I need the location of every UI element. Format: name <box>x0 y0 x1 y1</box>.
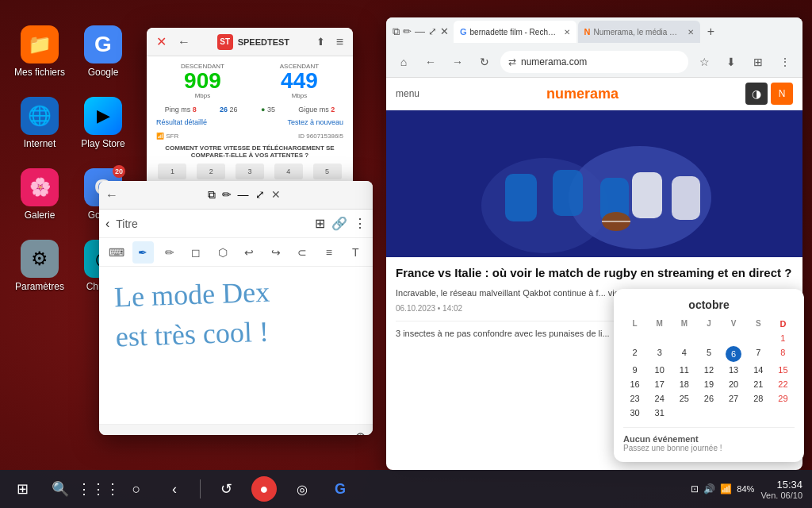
sidebar-item-galerie[interactable]: 🌸 Galerie <box>8 159 71 230</box>
rating-3[interactable]: 3 <box>236 164 264 179</box>
browser-copy-btn[interactable]: ⧉ <box>393 25 400 38</box>
taskbar-apps-btn[interactable]: ⊞ <box>10 476 35 502</box>
notes-close-btn[interactable]: ✕ <box>271 188 281 202</box>
notes-canvas[interactable]: Le mode Dex est très cool ! <box>99 267 373 424</box>
taskbar-rotate-btn[interactable]: ↺ <box>213 476 239 502</box>
tool-redo-btn[interactable]: ↪ <box>265 241 287 264</box>
cal-day-6[interactable]: 6 <box>726 346 741 362</box>
cal-day-13[interactable]: 13 <box>722 364 745 376</box>
taskbar-search-btn[interactable]: 🔍 <box>48 476 73 502</box>
cal-day-27[interactable]: 27 <box>722 392 745 405</box>
speedtest-close-btn[interactable]: ✕ <box>153 33 170 51</box>
sidebar-item-parametres[interactable]: ⚙ Paramètres <box>8 230 71 302</box>
numerama-menu[interactable]: menu <box>396 88 419 99</box>
cal-day-15[interactable]: 15 <box>772 364 795 376</box>
taskbar-wifi-icon[interactable]: 📶 <box>720 483 732 495</box>
cal-day-18[interactable]: 18 <box>672 378 695 391</box>
cal-day-10[interactable]: 10 <box>648 364 671 376</box>
taskbar-chrome-taskbar-btn[interactable]: ◎ <box>289 476 315 502</box>
browser-download-btn[interactable]: ⬇ <box>720 51 742 73</box>
cal-day-22[interactable]: 22 <box>772 378 795 391</box>
tool-pencil-btn[interactable]: ✏ <box>159 241 181 264</box>
cal-day-21[interactable]: 21 <box>747 378 770 391</box>
cal-day-29[interactable]: 29 <box>772 392 795 405</box>
cal-day-3[interactable]: 3 <box>648 346 671 362</box>
tool-type-btn[interactable]: ⌨ <box>105 241 128 264</box>
taskbar-back-btn[interactable]: ‹ <box>162 476 187 502</box>
notes-attach-btn[interactable]: 🔗 <box>331 216 347 231</box>
tool-lasso-btn[interactable]: ⊂ <box>292 241 314 264</box>
notes-more-btn[interactable]: ⋮ <box>354 216 366 231</box>
cal-day-20[interactable]: 20 <box>722 378 745 391</box>
sidebar-item-mes-fichiers[interactable]: 📁 Mes fichiers <box>8 16 71 87</box>
tool-pen-btn[interactable]: ✒ <box>132 241 155 264</box>
rating-1[interactable]: 1 <box>158 164 186 179</box>
browser-tab-1[interactable]: G bernadette film - Recherche... ✕ <box>454 21 576 43</box>
speedtest-upload-btn[interactable]: ⬆ <box>313 34 328 49</box>
taskbar-red-app-btn[interactable]: ● <box>251 476 277 502</box>
speedtest-menu-btn[interactable]: ≡ <box>333 33 347 51</box>
tool-text-btn[interactable]: T <box>345 241 367 264</box>
rating-5[interactable]: 5 <box>313 164 342 179</box>
address-bar[interactable]: ⇄ numerama.com <box>500 51 688 73</box>
cal-day-2[interactable]: 2 <box>623 346 646 362</box>
notes-minus-btn[interactable]: — <box>238 188 249 202</box>
cal-day-31[interactable]: 31 <box>648 406 671 419</box>
notes-expand-btn[interactable]: ⤢ <box>255 188 265 202</box>
taskbar-home-btn[interactable]: ○ <box>124 476 149 502</box>
browser-close-btn[interactable]: ✕ <box>440 25 449 38</box>
sidebar-item-google[interactable]: G Google <box>71 16 135 87</box>
cal-day-19[interactable]: 19 <box>697 378 720 391</box>
new-tab-button[interactable]: + <box>702 22 721 41</box>
numerama-dark-btn[interactable]: ◑ <box>745 83 768 105</box>
cal-day-4[interactable]: 4 <box>672 346 695 362</box>
retest-link[interactable]: Testez à nouveau <box>287 118 343 126</box>
cal-day-23[interactable]: 23 <box>623 392 646 405</box>
rating-4[interactable]: 4 <box>274 164 303 179</box>
notes-save-btn[interactable]: ⊕ <box>354 429 366 436</box>
notes-pen-btn[interactable]: ✏ <box>222 188 232 202</box>
rating-2[interactable]: 2 <box>197 164 225 179</box>
tab2-close[interactable]: ✕ <box>688 28 694 37</box>
cal-day-11[interactable]: 11 <box>672 364 695 376</box>
cal-day-25[interactable]: 25 <box>672 392 695 405</box>
cal-day-8[interactable]: 8 <box>772 346 795 362</box>
cal-day-12[interactable]: 12 <box>697 364 720 376</box>
tool-eraser-btn[interactable]: ◻ <box>186 241 208 264</box>
tool-indent-btn[interactable]: ≡ <box>318 241 340 264</box>
browser-refresh-btn[interactable]: ↻ <box>473 51 496 73</box>
notes-layout-btn[interactable]: ⊞ <box>315 216 325 231</box>
cal-day-7[interactable]: 7 <box>747 346 770 362</box>
browser-home-btn[interactable]: ⌂ <box>393 51 415 73</box>
cal-day-28[interactable]: 28 <box>747 392 770 405</box>
browser-forward-btn[interactable]: → <box>446 51 469 73</box>
taskbar-google-btn[interactable]: G <box>327 476 353 502</box>
cal-day-1[interactable]: 1 <box>772 332 795 344</box>
cal-day-5[interactable]: 5 <box>697 346 720 362</box>
sidebar-item-play-store[interactable]: ▶ Play Store <box>71 87 135 159</box>
notes-back-icon[interactable]: ‹ <box>105 217 109 231</box>
cal-day-24[interactable]: 24 <box>648 392 671 405</box>
result-detail-link[interactable]: Résultat détaillé <box>156 118 207 126</box>
browser-menu-btn[interactable]: ⋮ <box>774 51 796 73</box>
notes-nav-back[interactable]: ← <box>105 188 118 202</box>
cal-day-26[interactable]: 26 <box>697 392 720 405</box>
browser-extensions-btn[interactable]: ⊞ <box>747 51 769 73</box>
browser-bookmark-btn[interactable]: ☆ <box>693 51 715 73</box>
notes-copy-btn[interactable]: ⧉ <box>208 188 216 202</box>
browser-minimize-btn[interactable]: ✏ <box>403 25 412 38</box>
notes-title[interactable]: Titre <box>116 217 308 230</box>
tab1-close[interactable]: ✕ <box>564 28 570 37</box>
speedtest-nav-back[interactable]: ← <box>174 33 193 51</box>
taskbar-dex-icon[interactable]: ⊡ <box>691 483 699 495</box>
cal-day-16[interactable]: 16 <box>623 378 646 391</box>
cal-day-30[interactable]: 30 <box>623 406 646 419</box>
tool-undo-btn[interactable]: ↩ <box>239 241 261 264</box>
tool-shapes-btn[interactable]: ⬡ <box>212 241 234 264</box>
cal-day-14[interactable]: 14 <box>747 364 770 376</box>
sidebar-item-internet[interactable]: 🌐 Internet <box>8 87 71 159</box>
taskbar-volume-icon[interactable]: 🔊 <box>703 483 715 495</box>
numerama-red-btn[interactable]: N <box>771 83 793 105</box>
cal-day-17[interactable]: 17 <box>648 378 671 391</box>
browser-back-btn[interactable]: ← <box>419 51 442 73</box>
